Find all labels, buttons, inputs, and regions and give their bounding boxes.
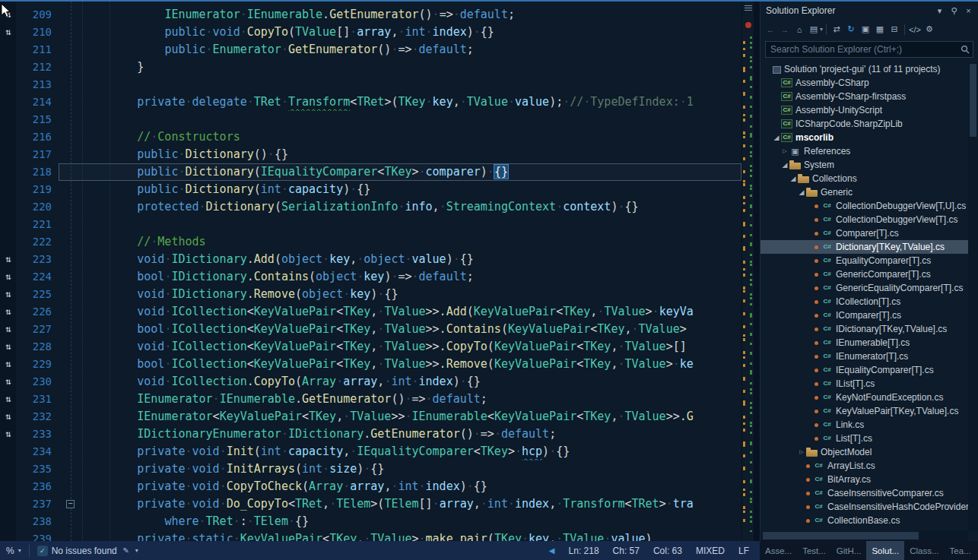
switch-views-button[interactable]: ▤	[807, 23, 821, 36]
tree-item[interactable]: C#Assembly-UnityScript	[760, 103, 968, 117]
implements-arrows-icon[interactable]: ⇅	[0, 408, 16, 426]
line-number[interactable]: 209	[16, 6, 59, 24]
editor-vertical-scrollbar[interactable]	[741, 2, 754, 541]
code-line[interactable]: 220 protected·Dictionary(SerializationIn…	[0, 198, 741, 216]
code-line[interactable]: 239 private·static·KeyValuePair<TKey,·TV…	[0, 530, 741, 541]
line-body[interactable]: bool·ICollection<KeyValuePair<TKey,·TVal…	[59, 321, 741, 338]
error-mark-icon[interactable]	[745, 22, 751, 28]
tree-item[interactable]: C#Link.cs	[760, 418, 968, 432]
collapsed-arrow-icon[interactable]: ▷	[797, 449, 806, 455]
panel-tab[interactable]: Test...	[797, 541, 831, 560]
explorer-horizontal-scrollbar[interactable]	[760, 530, 968, 541]
line-body[interactable]: //·Constructors	[59, 128, 741, 146]
line-body[interactable]: public·void·CopyTo(TValue[]·array,·int·i…	[59, 24, 741, 41]
tray-collapse-icon[interactable]: ◀	[549, 546, 555, 555]
line-body[interactable]: IEnumerator·IEnumerable.GetEnumerator()·…	[59, 391, 741, 408]
code-line[interactable]: 212 }	[0, 59, 741, 76]
search-icon[interactable]	[957, 45, 973, 54]
refresh-button[interactable]: ↻	[844, 23, 858, 36]
zoom-caret-icon[interactable]: ▾	[18, 547, 21, 554]
line-body[interactable]: IDictionaryEnumerator·IDictionary.GetEnu…	[59, 426, 741, 443]
line-indicator[interactable]: Ln: 218	[569, 546, 599, 556]
line-body[interactable]: IEnumerator<KeyValuePair<TKey,·TValue>>·…	[59, 408, 741, 426]
tree-item[interactable]: C#IComparer[T].cs	[760, 308, 968, 322]
implements-arrows-icon[interactable]: ⇅	[0, 251, 16, 268]
tree-item[interactable]: ◢Generic	[760, 185, 968, 199]
line-number[interactable]: 222	[16, 233, 59, 251]
line-body[interactable]: }	[59, 59, 741, 76]
implements-arrows-icon[interactable]: ⇅	[0, 268, 16, 286]
expanded-arrow-icon[interactable]: ◢	[772, 134, 781, 141]
line-body[interactable]: IEnumerator·IEnumerable.GetEnumerator()·…	[59, 6, 741, 24]
code-line[interactable]: 234 private·void·Init(int·capacity,·IEqu…	[0, 443, 741, 460]
tree-item[interactable]: C#CaseInsensitiveComparer.cs	[760, 486, 968, 500]
line-number[interactable]: 225	[16, 286, 59, 303]
code-line[interactable]: 219 public·Dictionary(int·capacity)·{}	[0, 181, 741, 198]
implements-arrows-icon[interactable]: ⇅	[0, 303, 16, 321]
tree-item[interactable]: C#Comparer[T].cs	[760, 226, 968, 240]
implements-arrows-icon[interactable]: ⇅	[0, 286, 16, 303]
line-body[interactable]: void·IDictionary.Add(object·key,·object·…	[59, 251, 741, 268]
code-line[interactable]: 215	[0, 111, 741, 128]
implements-arrows-icon[interactable]: ⇅	[0, 321, 16, 338]
code-line[interactable]: 237− private·void·Do_CopyTo<TRet,·TElem>…	[0, 495, 741, 513]
expanded-arrow-icon[interactable]: ◢	[797, 188, 806, 196]
collapse-all-button[interactable]: ⊟	[888, 23, 901, 36]
code-line[interactable]: ⇅223 void·IDictionary.Add(object·key,·ob…	[0, 251, 741, 268]
line-number[interactable]: 238	[16, 513, 59, 530]
line-number[interactable]: 228	[16, 338, 59, 356]
line-body[interactable]: public·Enumerator·GetEnumerator()·=>·def…	[59, 41, 741, 59]
line-body[interactable]: public·Dictionary()·{}	[59, 146, 741, 163]
tree-item[interactable]: C#GenericComparer[T].cs	[760, 267, 968, 281]
dropdown-caret-icon[interactable]: ▾	[820, 26, 823, 33]
tree-item[interactable]: C#IDictionary[TKey,TValue].cs	[760, 322, 968, 336]
panel-splitter[interactable]	[754, 2, 760, 541]
save-all-button[interactable]: ▦	[873, 23, 887, 36]
line-number[interactable]: 213	[16, 76, 59, 93]
properties-button[interactable]: ⚙	[922, 23, 936, 36]
expanded-arrow-icon[interactable]: ◢	[780, 161, 789, 169]
code-line[interactable]: 218 public·Dictionary(IEqualityComparer<…	[0, 163, 741, 181]
close-icon[interactable]: ×	[962, 5, 975, 17]
feedback-caret-icon[interactable]: ▾	[135, 547, 138, 554]
tree-item[interactable]: C#Assembly-CSharp	[760, 76, 968, 90]
line-number[interactable]: 234	[16, 443, 59, 460]
tree-item[interactable]: C#IEnumerable[T].cs	[760, 336, 968, 350]
tree-item[interactable]: C#CollectionBase.cs	[760, 514, 968, 527]
line-body[interactable]: void·ICollection<KeyValuePair<TKey,·TVal…	[59, 303, 741, 321]
line-body[interactable]: private·void·Init(int·capacity,·IEqualit…	[59, 443, 741, 460]
tree-item[interactable]: C#ICSharpCode.SharpZipLib	[760, 117, 968, 131]
line-number[interactable]: 219	[16, 181, 59, 198]
tree-item[interactable]: C#Assembly-CSharp-firstpass	[760, 90, 968, 103]
scrollbar-thumb[interactable]	[970, 64, 976, 137]
line-body[interactable]: void·ICollection<KeyValuePair<TKey,·TVal…	[59, 338, 741, 356]
tree-item[interactable]: C#CollectionDebuggerView[T,U].cs	[760, 199, 968, 213]
pin-icon[interactable]: ⚲	[948, 5, 961, 17]
line-number[interactable]: 232	[16, 408, 59, 426]
column-indicator[interactable]: Col: 63	[653, 546, 682, 556]
line-body[interactable]	[59, 76, 741, 93]
tree-item[interactable]: C#IList[T].cs	[760, 377, 968, 391]
code-line[interactable]: 214 private·delegate·TRet·Transform<TRet…	[0, 93, 741, 111]
tree-item[interactable]: ▷▣References	[760, 144, 968, 158]
line-number[interactable]: 231	[16, 391, 59, 408]
tree-item[interactable]: ▷ObjectModel	[760, 445, 968, 459]
feedback-pen-icon[interactable]: ✎	[121, 546, 132, 556]
implements-arrows-icon[interactable]: ⇅	[0, 6, 16, 24]
line-number[interactable]: 218	[16, 163, 59, 181]
panel-tab[interactable]: GitH...	[831, 541, 867, 560]
line-number[interactable]: 226	[16, 303, 59, 321]
line-body[interactable]: //·Methods	[59, 233, 741, 251]
line-body[interactable]: void·ICollection.CopyTo(Array·array,·int…	[59, 373, 741, 391]
explorer-vertical-scrollbar[interactable]	[968, 62, 978, 530]
code-line[interactable]: 222 //·Methods	[0, 233, 741, 251]
panel-tab[interactable]: Solut...	[866, 541, 904, 560]
implements-arrows-icon[interactable]: ⇅	[0, 426, 16, 443]
tree-item[interactable]: ◢Collections	[760, 172, 968, 185]
code-line[interactable]: ⇅225 void·IDictionary.Remove(object·key)…	[0, 286, 741, 303]
line-number[interactable]: 215	[16, 111, 59, 128]
code-line[interactable]: ⇅230 void·ICollection.CopyTo(Array·array…	[0, 373, 741, 391]
tree-item[interactable]: C#CollectionDebuggerView[T].cs	[760, 213, 968, 226]
code-line[interactable]: ⇅224 bool·IDictionary.Contains(object·ke…	[0, 268, 741, 286]
code-line[interactable]: ⇅231 IEnumerator·IEnumerable.GetEnumerat…	[0, 391, 741, 408]
